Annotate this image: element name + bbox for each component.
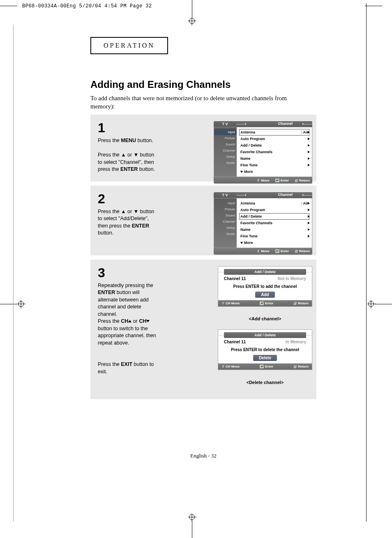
osd-sidebar: Input Picture Sound Channel Setup Guide [214, 127, 237, 177]
margin-line [366, 3, 367, 522]
osd-sidebar: Input Picture Sound Channel Setup Guide [214, 198, 237, 248]
step-3: 3 Repeatedly pressing the ENTER button w… [90, 260, 316, 399]
enter-icon [260, 301, 264, 305]
ch-down-icon [146, 320, 150, 322]
step-2: 2 Press the ▲ or ▼ button to select "Add… [90, 186, 316, 255]
popup-delete-caption: <Delete channel> [218, 380, 312, 385]
popup-footer: CH Move Enter Return [218, 363, 312, 370]
popup-status: Not In Memory [278, 276, 306, 281]
crop-mark-bottom [189, 514, 195, 538]
step-text: Press the MENU button. Press the ▲ or ▼ … [98, 137, 159, 173]
popup-channel: Channel 11 [224, 340, 246, 344]
osd-row-add: Add / Delete [239, 213, 309, 220]
osd-row-auto: Auto Program [239, 207, 309, 213]
ch-move-icon [221, 365, 224, 368]
osd-row-name: Name [239, 155, 309, 162]
popup-add-caption: <Add channel> [218, 316, 312, 321]
sidebar-picture: Picture [214, 206, 237, 212]
osd-row-fine: Fine Tune [239, 162, 309, 168]
crop-mark-right [375, 304, 392, 304]
intro-text: To add channels that were not memorized … [90, 94, 304, 110]
popup-channel: Channel 11 [224, 276, 246, 281]
osd-title: Channel [278, 122, 293, 126]
return-icon [293, 365, 297, 368]
delete-button: Delete [253, 355, 277, 361]
step-1: 1 Press the MENU button. Press the ▲ or … [90, 115, 316, 182]
sidebar-guide: Guide [214, 160, 237, 166]
enter-icon [275, 179, 279, 182]
section-label: OPERATION [104, 42, 155, 49]
move-icon [256, 249, 260, 253]
popup-title: Add / Delete [224, 269, 306, 275]
crop-mark-top [189, 0, 195, 24]
sidebar-setup: Setup [214, 225, 237, 231]
sidebar-sound: Sound [214, 212, 237, 218]
popup-instruction: Press ENTER to add the channel [218, 283, 312, 290]
popup-delete: Add / Delete Channel 11In Memory Press E… [218, 329, 312, 370]
osd-row-fav: Favorite Channels [239, 149, 309, 155]
popup-title: Add / Delete [224, 332, 306, 338]
osd-row-fine: Fine Tune [239, 233, 309, 239]
sidebar-guide: Guide [214, 231, 237, 237]
step-text: Press the ▲ or ▼ button to select "Add/D… [98, 208, 159, 237]
crop-mark [0, 6, 17, 6]
return-icon [295, 179, 298, 182]
osd-row-name: Name [239, 226, 309, 233]
sidebar-channel: Channel [214, 218, 237, 225]
osd-row-antenna: Antenna: Air [239, 129, 309, 136]
sidebar-input: Input [214, 129, 237, 135]
popup-footer: CH Move Enter Return [218, 300, 312, 306]
popup-instruction: Press ENTER to delete the channel [218, 346, 312, 354]
popup-add: Add / Delete Channel 11Not In Memory Pre… [218, 266, 312, 307]
crop-mark-left [0, 304, 17, 304]
osd-footer: Move Enter Return [214, 248, 312, 255]
osd-screenshot-1: T V Channel Input Picture Sound Channel … [214, 121, 312, 184]
sidebar-picture: Picture [214, 135, 237, 141]
ch-move-icon [221, 301, 224, 305]
osd-row-add: Add / Delete [239, 142, 309, 149]
osd-row-antenna: Antenna: Air [239, 200, 309, 207]
return-icon [295, 249, 298, 253]
print-header: BP68-00334A-00Eng 5/20/04 4:54 PM Page 3… [22, 3, 152, 9]
osd-row-auto: Auto Program [239, 136, 309, 142]
move-icon [256, 178, 260, 182]
margin-line [13, 25, 14, 522]
osd-title: Channel [278, 193, 293, 197]
step-text: Repeatedly pressing the ENTER button wil… [98, 282, 159, 376]
osd-row-more: More [239, 168, 309, 175]
sidebar-sound: Sound [214, 141, 237, 147]
sidebar-channel: Channel [214, 147, 237, 154]
section-tab: OPERATION [90, 37, 168, 54]
page-number: English - 32 [90, 453, 316, 459]
sidebar-input: Input [214, 200, 237, 206]
osd-tv-label: T V [214, 192, 236, 198]
enter-icon [275, 249, 279, 253]
return-icon [293, 301, 297, 305]
osd-screenshot-2: T V Channel Input Picture Sound Channel … [214, 192, 312, 255]
popup-status: In Memory [286, 340, 306, 344]
osd-tv-label: T V [214, 121, 236, 127]
crop-mark [365, 6, 382, 6]
osd-row-more: More [239, 239, 309, 246]
enter-icon [260, 365, 264, 368]
osd-row-fav: Favorite Channels [239, 220, 309, 226]
sidebar-setup: Setup [214, 154, 237, 160]
osd-footer: Move Enter Return [214, 177, 312, 184]
add-button: Add [255, 292, 274, 298]
page-title: Adding and Erasing Channels [90, 79, 316, 90]
